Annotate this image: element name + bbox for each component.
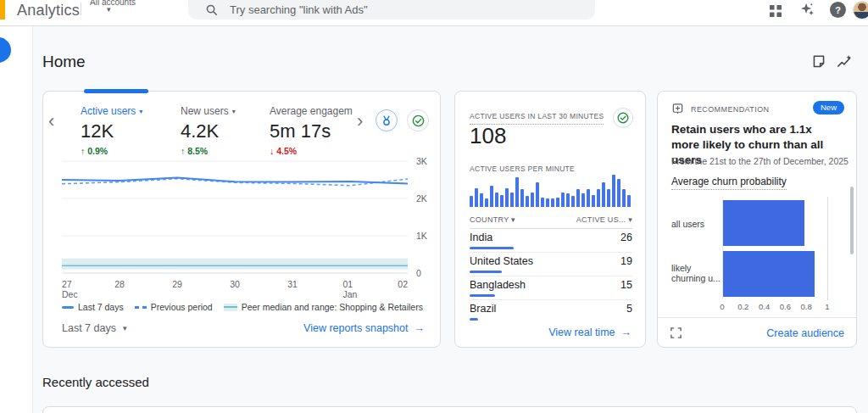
churn-chart-title: Average churn probability	[671, 176, 787, 190]
minute-bar	[622, 189, 626, 207]
metric-delta: ↑ 0.9%	[81, 146, 142, 156]
gemini-sparkle-icon[interactable]	[798, 1, 815, 18]
chevron-down-icon: ▾	[139, 108, 142, 115]
metric-active-users: Active users▾ 12K ↑ 0.9%	[81, 105, 142, 156]
minute-bar	[551, 198, 554, 207]
y-axis-label: 1K	[416, 231, 427, 241]
country-row: India26	[470, 229, 632, 253]
chart-legend: Last 7 days Previous period Peer median …	[62, 302, 423, 312]
minute-bar	[592, 195, 595, 207]
metric-selector[interactable]: Active users▾	[81, 105, 142, 117]
country-bar	[470, 247, 514, 249]
data-quality-check-icon[interactable]	[407, 109, 429, 131]
solid-line-swatch	[62, 306, 74, 309]
metric-value: 12K	[81, 120, 142, 142]
account-switcher[interactable]: All accounts	[90, 0, 136, 7]
recommendation-subtitle: From the 21st to the 27th of December, 2…	[671, 156, 849, 166]
x-axis: 27Dec2829303101Jan02	[62, 279, 408, 301]
chevron-right-icon[interactable]: ›	[357, 112, 363, 131]
churn-axis-tick: 0.4	[759, 302, 770, 311]
nav-home-active-indicator[interactable]	[0, 37, 11, 63]
x-axis-label: 28	[114, 279, 125, 289]
metric-selector[interactable]: Average engagement▾	[270, 105, 353, 117]
analytics-brand[interactable]: Analytics	[17, 2, 80, 20]
country-value: 5	[626, 303, 632, 315]
benchmarking-medal-icon[interactable]	[376, 109, 398, 131]
minute-bar	[576, 189, 580, 207]
country-name: Brazil	[470, 303, 496, 315]
date-range-selector[interactable]: Last 7 days▾	[62, 322, 126, 334]
axis-line	[827, 197, 828, 300]
note-icon[interactable]	[810, 53, 827, 70]
column-country[interactable]: COUNTRY ▾	[470, 215, 515, 224]
minute-bar	[597, 189, 600, 207]
metric-new-users: New users▾ 4.2K ↑ 8.5%	[181, 105, 236, 156]
country-bar	[470, 271, 502, 273]
churn-x-axis: 00.20.40.60.81	[722, 302, 827, 312]
legend-item: Previous period	[135, 302, 213, 312]
recommendation-header: RECOMMENDATION	[671, 103, 769, 115]
x-axis-label: 02	[398, 279, 408, 289]
recommendation-card: RECOMMENDATION New Retain users who are …	[657, 91, 857, 348]
chevron-down-icon: ▾	[232, 108, 236, 115]
minute-bar	[531, 193, 534, 207]
expand-icon[interactable]	[670, 326, 682, 339]
x-axis-label: 01Jan	[343, 279, 358, 299]
carousel-tab-indicator[interactable]	[84, 89, 148, 93]
column-active-users[interactable]: ACTIVE US... ▾	[576, 215, 632, 224]
help-icon[interactable]: ?	[830, 2, 846, 18]
minute-bar	[617, 179, 620, 207]
x-axis-label: 29	[172, 279, 182, 289]
minute-bar	[495, 193, 498, 207]
y-axis-label: 3K	[416, 156, 427, 166]
legend-item: Last 7 days	[62, 302, 124, 312]
chevron-down-icon: ▾	[628, 215, 632, 224]
metric-selector[interactable]: New users▾	[181, 105, 236, 117]
country-row: Bangladesh15	[470, 276, 632, 300]
create-audience-link[interactable]: Create audience	[766, 327, 844, 339]
minute-bar	[561, 193, 565, 207]
churn-bar-all-users	[722, 200, 804, 246]
country-bar	[470, 318, 478, 321]
minute-bar	[546, 198, 549, 207]
table-header: COUNTRY ▾ ACTIVE US... ▾	[470, 215, 632, 229]
data-quality-check-icon[interactable]	[613, 108, 633, 128]
view-real-time-link[interactable]: View real time→	[548, 326, 632, 338]
country-name: Bangladesh	[470, 279, 526, 292]
x-axis-label: 27Dec	[62, 279, 78, 299]
minute-bar	[627, 195, 631, 207]
y-axis: 3K2K1K0	[416, 158, 438, 276]
churn-axis-tick: 0.2	[737, 302, 748, 311]
card-scrollbar[interactable]	[850, 187, 854, 254]
per-minute-label: ACTIVE USERS PER MINUTE	[470, 165, 575, 173]
churn-axis-tick: 1	[825, 302, 829, 311]
minute-bar	[500, 195, 504, 207]
divider	[658, 317, 856, 318]
minute-bar	[587, 189, 590, 207]
metric-value: 5m 17s	[270, 120, 353, 142]
minute-bar	[510, 193, 514, 207]
metric-delta: ↓ 4.5%	[270, 146, 353, 156]
category-label: all users	[671, 219, 719, 229]
user-avatar[interactable]	[853, 1, 868, 20]
apps-grid-icon[interactable]	[767, 3, 784, 20]
minute-bar	[515, 177, 519, 207]
minute-bar	[556, 198, 559, 207]
band-swatch	[224, 304, 237, 311]
minute-bar	[526, 196, 529, 207]
left-navigation	[0, 26, 33, 413]
chevron-down-icon[interactable]: ▾	[107, 5, 111, 14]
axis-line	[722, 197, 723, 300]
search-input[interactable]	[228, 3, 570, 17]
recommendation-eyebrow: RECOMMENDATION	[691, 105, 769, 114]
active-users-count: 108	[470, 123, 506, 149]
minute-bar	[470, 196, 473, 207]
insights-icon[interactable]	[836, 53, 853, 70]
search-bar[interactable]	[188, 0, 595, 20]
minute-bar	[485, 198, 488, 207]
churn-bar-likely-churning	[722, 251, 815, 297]
country-value: 19	[620, 255, 632, 268]
chevron-left-icon[interactable]: ‹	[48, 112, 54, 131]
view-reports-snapshot-link[interactable]: View reports snapshot→	[303, 322, 425, 334]
realtime-card: ACTIVE USERS IN LAST 30 MINUTES 108 ACTI…	[454, 91, 646, 348]
